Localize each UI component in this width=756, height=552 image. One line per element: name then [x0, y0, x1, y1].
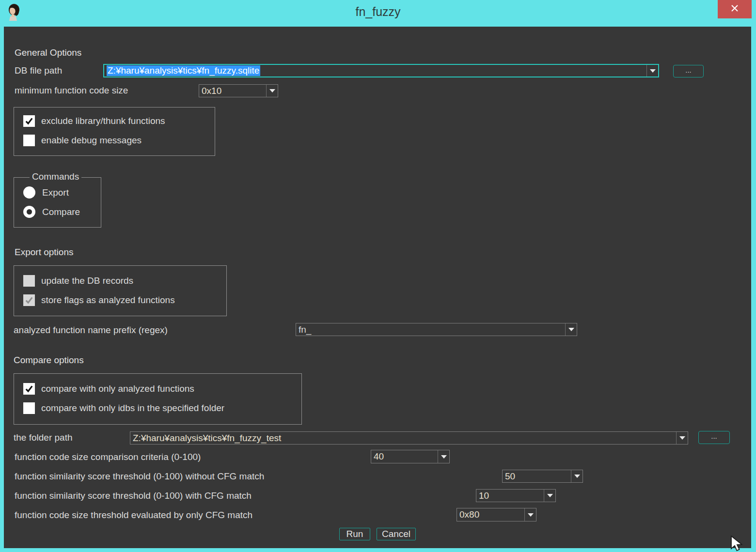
- db-file-path-dropdown-button[interactable]: [646, 65, 658, 77]
- min-code-size-dropdown-button[interactable]: [266, 85, 278, 97]
- criteria-value: 10: [476, 490, 544, 502]
- min-code-size-label: minimum function code size: [15, 85, 128, 96]
- criteria-dropdown-only-cfg[interactable]: 0x80: [457, 508, 536, 521]
- checkbox-label: compare with only idbs in the specified …: [41, 403, 224, 414]
- prefix-dropdown-button[interactable]: [565, 323, 577, 336]
- prefix-combobox[interactable]: fn_: [296, 323, 577, 336]
- titlebar[interactable]: fn_fuzzy: [0, 0, 756, 27]
- min-code-size-value: 0x10: [199, 85, 266, 97]
- commands-groupbox: Commands: [14, 177, 101, 228]
- x-icon: [730, 4, 739, 15]
- checkbox-unchecked-icon: [23, 402, 35, 414]
- db-file-path-value: Z:¥haru¥analysis¥tics¥fn_fuzzy.sqlite: [107, 65, 260, 76]
- radio-export[interactable]: Export: [23, 186, 69, 199]
- checkbox-checked-icon: [23, 115, 35, 127]
- checkbox-label: compare with only analyzed functions: [41, 383, 194, 394]
- checkbox-unchecked-icon: [23, 135, 35, 146]
- export-checkbox-group: [14, 265, 227, 316]
- export-options-heading: Export options: [15, 247, 73, 258]
- db-file-path-combobox[interactable]: Z:¥haru¥analysis¥tics¥fn_fuzzy.sqlite: [103, 64, 659, 77]
- close-button[interactable]: [718, 0, 752, 18]
- folder-path-dropdown-button[interactable]: [676, 432, 688, 444]
- chevron-down-button[interactable]: [524, 508, 536, 521]
- radio-label: Export: [42, 187, 69, 198]
- checkbox-label: exclude library/thunk functions: [41, 116, 165, 126]
- radio-selected-icon: [23, 206, 35, 218]
- run-button[interactable]: Run: [339, 528, 370, 540]
- db-file-path-edit[interactable]: Z:¥haru¥analysis¥tics¥fn_fuzzy.sqlite: [104, 65, 646, 77]
- criteria-dropdown-without-cfg[interactable]: 50: [502, 470, 583, 483]
- folder-path-value[interactable]: Z:¥haru¥analysis¥tics¥fn_fuzzy_test: [130, 432, 676, 444]
- compare-options-heading: Compare options: [14, 355, 84, 366]
- criteria-dropdown-with-cfg[interactable]: 10: [476, 489, 556, 502]
- fn-fuzzy-dialog: fn_fuzzy General Options DB file path Z:…: [0, 0, 756, 552]
- checkbox-compare-idbs[interactable]: compare with only idbs in the specified …: [23, 402, 224, 414]
- checkbox-store-flags[interactable]: store flags as analyzed functions: [23, 294, 175, 306]
- checkbox-update-db[interactable]: update the DB records: [23, 275, 133, 287]
- chevron-down-icon: [441, 455, 447, 459]
- criteria-value: 0x80: [457, 508, 524, 521]
- criteria-value: 50: [503, 470, 571, 482]
- criteria-dropdown-code-size[interactable]: 40: [371, 450, 450, 463]
- prefix-value[interactable]: fn_: [296, 323, 565, 336]
- chevron-down-icon: [269, 89, 275, 92]
- chevron-down-button[interactable]: [544, 490, 555, 502]
- db-browse-button[interactable]: ...: [673, 65, 704, 77]
- folder-path-combobox[interactable]: Z:¥haru¥analysis¥tics¥fn_fuzzy_test: [130, 431, 688, 445]
- min-code-size-dropdown[interactable]: 0x10: [199, 84, 278, 97]
- general-checkbox-group: [14, 107, 215, 156]
- chevron-down-icon: [568, 328, 574, 331]
- prefix-label: analyzed function name prefix (regex): [14, 325, 168, 336]
- criteria-label: function code size comparison criteria (…: [15, 452, 201, 462]
- chevron-down-button[interactable]: [438, 450, 449, 463]
- checkbox-compare-analyzed[interactable]: compare with only analyzed functions: [23, 383, 194, 395]
- checkbox-exclude-library[interactable]: exclude library/thunk functions: [23, 115, 165, 127]
- db-file-path-label: DB file path: [15, 65, 62, 76]
- dialog-body: General Options DB file path Z:¥haru¥ana…: [4, 27, 751, 548]
- folder-browse-button[interactable]: ...: [698, 431, 730, 444]
- radio-unselected-icon: [23, 186, 35, 199]
- commands-groupbox-title: Commands: [30, 171, 81, 182]
- chevron-down-icon: [679, 436, 685, 440]
- criteria-label: function similarity score threshold (0-1…: [15, 491, 252, 501]
- checkbox-enable-debug[interactable]: enable debug messages: [23, 135, 142, 146]
- checkbox-unchecked-icon: [23, 275, 35, 287]
- checkbox-checked-disabled-icon: [23, 294, 35, 306]
- chevron-down-icon: [650, 69, 656, 73]
- checkbox-label: store flags as analyzed functions: [41, 295, 175, 306]
- window-title: fn_fuzzy: [0, 5, 756, 19]
- folder-path-label: the folder path: [14, 432, 72, 443]
- mouse-cursor-icon: [730, 536, 746, 552]
- checkbox-label: update the DB records: [41, 276, 133, 286]
- chevron-down-icon: [528, 513, 534, 517]
- criteria-value: 40: [371, 450, 438, 463]
- checkbox-label: enable debug messages: [41, 135, 142, 146]
- chevron-down-icon: [574, 475, 580, 478]
- chevron-down-icon: [547, 494, 553, 497]
- checkbox-checked-icon: [23, 383, 35, 395]
- general-options-heading: General Options: [15, 47, 81, 58]
- radio-compare[interactable]: Compare: [23, 206, 80, 218]
- criteria-label: function similarity score threshold (0-1…: [15, 471, 264, 482]
- compare-checkbox-group: [14, 373, 302, 425]
- chevron-down-button[interactable]: [571, 470, 583, 482]
- criteria-label: function code size threshold evaluated b…: [15, 510, 252, 521]
- cancel-button[interactable]: Cancel: [377, 528, 416, 540]
- radio-label: Compare: [42, 207, 80, 217]
